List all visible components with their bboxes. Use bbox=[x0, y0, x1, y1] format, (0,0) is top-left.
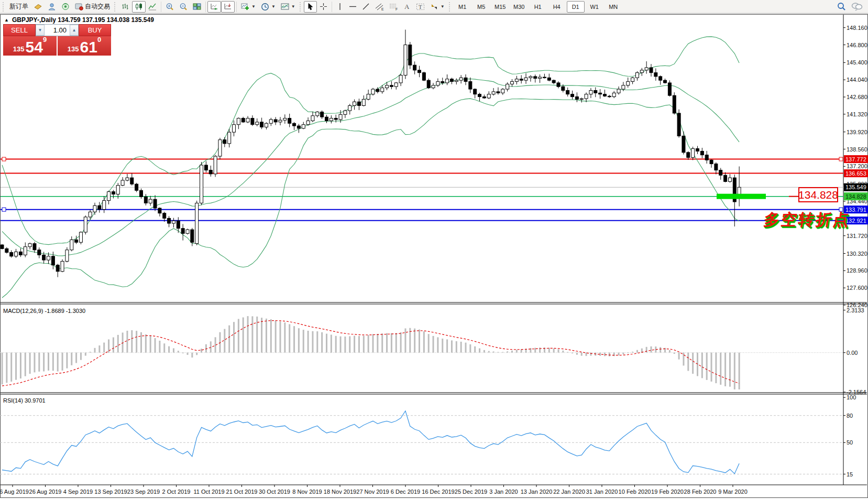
candle bbox=[566, 90, 569, 94]
candle bbox=[251, 118, 254, 125]
candle bbox=[316, 112, 319, 116]
search-icon[interactable] bbox=[837, 2, 846, 11]
candle bbox=[450, 79, 453, 82]
line-handle[interactable] bbox=[2, 208, 6, 211]
line-handle[interactable] bbox=[839, 157, 843, 161]
timeframe-button-h4[interactable]: H4 bbox=[548, 1, 566, 13]
date-axis-label: 8 Nov 2019 bbox=[292, 489, 322, 495]
dropdown-caret-icon: ▼ bbox=[441, 4, 445, 9]
candle bbox=[98, 205, 101, 209]
timeframe-button-m30[interactable]: M30 bbox=[510, 1, 528, 13]
metaeditor-button[interactable] bbox=[31, 1, 45, 13]
candle bbox=[191, 230, 194, 242]
candle bbox=[427, 80, 430, 88]
candle bbox=[659, 77, 662, 80]
price-flag-label[interactable]: 134.828 bbox=[798, 187, 838, 202]
toolbar: 新订单 自动交易 ▼ ▼ ▼ E F A T ▼ M bbox=[0, 0, 868, 14]
candle bbox=[116, 186, 119, 194]
price-axis-label: 130.320 bbox=[847, 251, 867, 257]
autotrading-button[interactable]: 自动交易 bbox=[72, 1, 113, 13]
date-axis-label: 13 Sep 2019 bbox=[94, 489, 127, 495]
horizontal-line-button[interactable] bbox=[346, 1, 359, 13]
toolbar-separator bbox=[332, 2, 332, 12]
fibonacci-button[interactable]: F bbox=[387, 1, 401, 13]
line-chart-button[interactable] bbox=[146, 1, 159, 13]
svg-text:137.772: 137.772 bbox=[845, 156, 866, 162]
collapse-panel-icon[interactable]: ▲ bbox=[4, 17, 9, 23]
candle bbox=[459, 78, 463, 80]
candle bbox=[24, 247, 27, 255]
candle bbox=[617, 89, 620, 93]
candle bbox=[93, 205, 96, 212]
chart-canvas[interactable]: 148.160146.800145.400144.040142.680141.3… bbox=[0, 14, 868, 499]
support-zone-bar[interactable] bbox=[717, 194, 766, 199]
bar-chart-button[interactable] bbox=[118, 1, 132, 13]
buy-price[interactable]: 135 61 0 bbox=[58, 36, 111, 56]
templates-button[interactable]: ▼ bbox=[278, 1, 298, 13]
tile-windows-button[interactable] bbox=[190, 1, 204, 13]
periods-button[interactable]: ▼ bbox=[258, 1, 278, 13]
sell-price[interactable]: 135 54 9 bbox=[3, 36, 57, 56]
vertical-line-button[interactable] bbox=[334, 1, 346, 13]
candle bbox=[84, 217, 87, 232]
zoom-in-button[interactable] bbox=[163, 1, 177, 13]
candle bbox=[575, 97, 578, 100]
candle bbox=[75, 240, 78, 242]
auto-scroll-icon bbox=[210, 3, 218, 10]
candle bbox=[61, 262, 64, 272]
chat-icon[interactable] bbox=[851, 2, 863, 11]
candle bbox=[297, 126, 300, 128]
vertical-line-icon bbox=[336, 3, 344, 10]
volume-decrease-button[interactable]: ▼ bbox=[36, 25, 45, 36]
candle bbox=[478, 94, 481, 97]
candle bbox=[218, 140, 222, 156]
arrows-icon bbox=[430, 3, 438, 10]
date-axis-label: 19 Feb 2020 bbox=[651, 489, 684, 495]
timeframe-button-h1[interactable]: H1 bbox=[529, 1, 547, 13]
macd-axis-label: 2.3133 bbox=[847, 307, 864, 313]
text-button[interactable]: A bbox=[401, 1, 413, 13]
line-handle[interactable] bbox=[2, 157, 6, 161]
buy-button[interactable]: BUY bbox=[79, 24, 111, 36]
candle bbox=[413, 65, 416, 70]
cursor-button[interactable] bbox=[304, 1, 317, 13]
signals-button[interactable] bbox=[59, 1, 72, 13]
new-order-button[interactable]: 新订单 bbox=[7, 1, 31, 13]
zoom-out-button[interactable] bbox=[177, 1, 190, 13]
date-axis-label: 2 Oct 2019 bbox=[162, 489, 191, 495]
rsi-axis-label: 15 bbox=[847, 471, 853, 478]
text-label-button[interactable]: T bbox=[413, 1, 427, 13]
svg-text:E: E bbox=[381, 7, 384, 11]
auto-scroll-button[interactable] bbox=[207, 1, 221, 13]
candle bbox=[539, 77, 542, 78]
timeframe-button-m1[interactable]: M1 bbox=[454, 1, 471, 13]
community-button[interactable] bbox=[45, 1, 59, 13]
volume-increase-button[interactable]: ▲ bbox=[70, 25, 79, 36]
candle bbox=[269, 120, 272, 123]
volume-input[interactable]: 1.00 bbox=[45, 25, 70, 36]
timeframe-button-m15[interactable]: M15 bbox=[491, 1, 509, 13]
sell-button[interactable]: SELL bbox=[3, 24, 36, 36]
timeframe-button-mn[interactable]: MN bbox=[605, 1, 622, 13]
rsi-axis-label: 50 bbox=[847, 439, 853, 446]
candle bbox=[306, 121, 310, 124]
crosshair-button[interactable] bbox=[317, 1, 330, 13]
trendline-button[interactable] bbox=[359, 1, 372, 13]
candle bbox=[265, 123, 268, 127]
dropdown-caret-icon: ▼ bbox=[271, 4, 276, 9]
timeframe-button-w1[interactable]: W1 bbox=[586, 1, 603, 13]
candlestick-button[interactable] bbox=[132, 1, 146, 13]
equidistant-channel-button[interactable]: E bbox=[372, 1, 387, 13]
date-axis-label: 3 Jan 2020 bbox=[489, 489, 518, 495]
candle bbox=[580, 99, 583, 99]
chart-shift-button[interactable] bbox=[221, 1, 235, 13]
candle bbox=[233, 125, 236, 132]
timeframe-button-m5[interactable]: M5 bbox=[473, 1, 490, 13]
candle bbox=[181, 229, 184, 234]
annotation-text[interactable]: 多空转折点 bbox=[762, 209, 852, 231]
text-label-icon: T bbox=[416, 3, 425, 11]
arrows-button[interactable]: ▼ bbox=[427, 1, 447, 13]
indicators-button[interactable]: ▼ bbox=[238, 1, 258, 13]
timeframe-button-d1[interactable]: D1 bbox=[567, 1, 585, 13]
one-click-trading-panel: SELL ▼ 1.00 ▲ BUY 135 54 9 135 61 0 bbox=[3, 24, 111, 56]
